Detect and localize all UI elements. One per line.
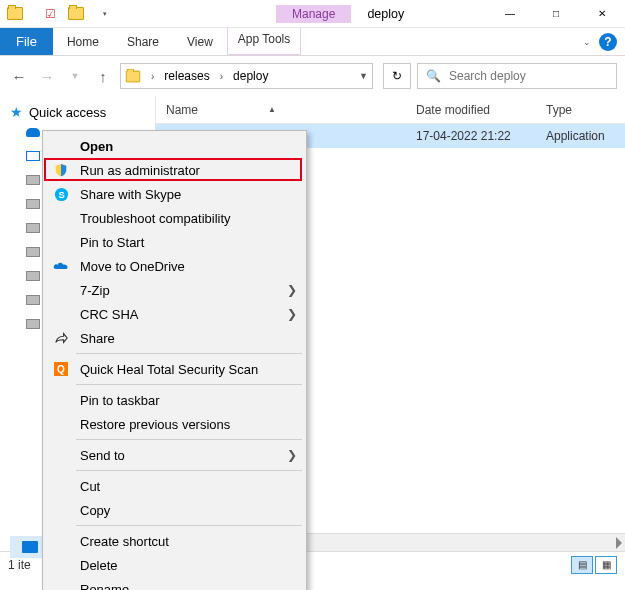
ribbon-expand-icon[interactable]: ⌄ bbox=[583, 37, 591, 47]
title-bar: ☑ ▾ Manage deploy — □ ✕ bbox=[0, 0, 625, 28]
column-headers[interactable]: Name ▲ Date modified Type bbox=[156, 96, 625, 124]
svg-text:S: S bbox=[58, 190, 64, 200]
menu-cut[interactable]: Cut bbox=[46, 474, 303, 498]
menu-pin-to-start[interactable]: Pin to Start bbox=[46, 230, 303, 254]
menu-restore-previous-versions[interactable]: Restore previous versions bbox=[46, 412, 303, 436]
nav-row: ← → ▼ ↑ › releases › deploy ▼ ↻ 🔍 Search… bbox=[0, 56, 625, 96]
drive-nav-icon[interactable] bbox=[26, 199, 40, 209]
tab-view[interactable]: View bbox=[173, 28, 227, 55]
menu-move-to-onedrive[interactable]: Move to OneDrive bbox=[46, 254, 303, 278]
file-type-cell: Application bbox=[546, 129, 625, 143]
menu-run-as-administrator[interactable]: Run as administrator bbox=[46, 158, 303, 182]
window-title: deploy bbox=[367, 7, 404, 21]
share-icon bbox=[52, 331, 70, 345]
search-placeholder: Search deploy bbox=[449, 69, 526, 83]
drive-nav-icon[interactable] bbox=[26, 295, 40, 305]
help-button[interactable]: ? bbox=[599, 33, 617, 51]
qat-customize-icon[interactable]: ▾ bbox=[91, 10, 113, 18]
search-box[interactable]: 🔍 Search deploy bbox=[417, 63, 617, 89]
menu-rename[interactable]: Rename bbox=[46, 577, 303, 590]
menu-pin-to-taskbar[interactable]: Pin to taskbar bbox=[46, 388, 303, 412]
tab-home[interactable]: Home bbox=[53, 28, 113, 55]
drive-nav-icon[interactable] bbox=[26, 175, 40, 185]
menu-open[interactable]: Open bbox=[46, 134, 303, 158]
skype-icon: S bbox=[52, 187, 70, 202]
forward-button: → bbox=[36, 68, 58, 85]
drive-nav-icon[interactable] bbox=[26, 223, 40, 233]
quick-access[interactable]: ★ Quick access bbox=[10, 104, 151, 120]
menu-crc-sha[interactable]: CRC SHA❯ bbox=[46, 302, 303, 326]
context-menu: Open Run as administrator S Share with S… bbox=[42, 130, 307, 590]
close-button[interactable]: ✕ bbox=[579, 0, 625, 27]
refresh-button[interactable]: ↻ bbox=[383, 63, 411, 89]
breadcrumb-1[interactable]: releases bbox=[164, 69, 209, 83]
recent-locations-icon[interactable]: ▼ bbox=[64, 71, 86, 81]
tab-app-tools[interactable]: App Tools bbox=[227, 28, 301, 55]
up-button[interactable]: ↑ bbox=[92, 68, 114, 85]
shield-icon bbox=[52, 163, 70, 177]
contextual-tab-manage[interactable]: Manage bbox=[276, 5, 351, 23]
folder-icon bbox=[22, 541, 38, 553]
chevron-right-icon: ❯ bbox=[287, 448, 297, 462]
qat-folder-icon[interactable] bbox=[4, 7, 26, 20]
menu-quick-heal-scan[interactable]: Q Quick Heal Total Security Scan bbox=[46, 357, 303, 381]
quick-access-label: Quick access bbox=[29, 105, 106, 120]
col-date[interactable]: Date modified bbox=[416, 103, 546, 117]
col-name[interactable]: Name bbox=[166, 103, 198, 117]
qat-newfolder-icon[interactable] bbox=[65, 7, 87, 20]
breadcrumb-2[interactable]: deploy bbox=[233, 69, 268, 83]
details-view-button[interactable]: ▤ bbox=[571, 556, 593, 574]
menu-troubleshoot-compatibility[interactable]: Troubleshoot compatibility bbox=[46, 206, 303, 230]
address-dropdown-icon[interactable]: ▼ bbox=[359, 71, 368, 81]
menu-copy[interactable]: Copy bbox=[46, 498, 303, 522]
maximize-button[interactable]: □ bbox=[533, 0, 579, 27]
onedrive-icon bbox=[52, 261, 70, 271]
menu-share[interactable]: Share bbox=[46, 326, 303, 350]
large-icons-view-button[interactable]: ▦ bbox=[595, 556, 617, 574]
minimize-button[interactable]: — bbox=[487, 0, 533, 27]
chevron-right-icon: ❯ bbox=[287, 283, 297, 297]
drive-nav-icon[interactable] bbox=[26, 319, 40, 329]
address-folder-icon bbox=[126, 70, 140, 82]
search-icon: 🔍 bbox=[426, 69, 441, 83]
sort-indicator-icon: ▲ bbox=[268, 105, 276, 114]
tab-file[interactable]: File bbox=[0, 28, 53, 55]
qat-properties-icon[interactable]: ☑ bbox=[39, 7, 61, 21]
menu-create-shortcut[interactable]: Create shortcut bbox=[46, 529, 303, 553]
back-button[interactable]: ← bbox=[8, 68, 30, 85]
menu-share-skype[interactable]: S Share with Skype bbox=[46, 182, 303, 206]
address-bar[interactable]: › releases › deploy ▼ bbox=[120, 63, 373, 89]
quickheal-icon: Q bbox=[52, 362, 70, 376]
menu-delete[interactable]: Delete bbox=[46, 553, 303, 577]
drive-nav-icon[interactable] bbox=[26, 247, 40, 257]
onedrive-nav-icon[interactable] bbox=[26, 128, 40, 137]
thispc-nav-icon[interactable] bbox=[26, 151, 40, 161]
star-icon: ★ bbox=[10, 104, 23, 120]
menu-send-to[interactable]: Send to❯ bbox=[46, 443, 303, 467]
menu-7zip[interactable]: 7-Zip❯ bbox=[46, 278, 303, 302]
drive-nav-icon[interactable] bbox=[26, 271, 40, 281]
status-text: 1 ite bbox=[8, 558, 31, 572]
chevron-right-icon: ❯ bbox=[287, 307, 297, 321]
file-date-cell: 17-04-2022 21:22 bbox=[416, 129, 546, 143]
ribbon: File Home Share View App Tools ⌄ ? bbox=[0, 28, 625, 56]
tab-share[interactable]: Share bbox=[113, 28, 173, 55]
col-type[interactable]: Type bbox=[546, 103, 625, 117]
